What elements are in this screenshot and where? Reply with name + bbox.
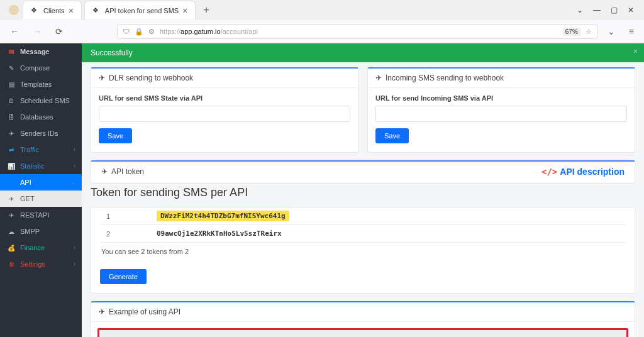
chevron-down-icon[interactable]: ⌄ (572, 2, 588, 18)
sidebar-item-templates[interactable]: ▤Templates (0, 76, 82, 92)
url-input[interactable]: 🛡 🔒 ⚙ https://app.gatum.io/account/api 6… (117, 25, 597, 39)
sidebar-item-label: GET (20, 195, 35, 202)
sidebar-item-label: Scheduled SMS (20, 97, 70, 104)
alert-text: Successfully (91, 48, 133, 57)
token-value: 09awcQj1e2XRkKTnHoSLv5szTReirx (157, 229, 282, 238)
pocket-icon[interactable]: ⌄ (604, 24, 619, 39)
api-description-link[interactable]: </>API description (541, 167, 625, 177)
sidebar-icon: ✎ (8, 65, 15, 72)
sidebar-item-label: SMPP (20, 228, 40, 235)
sidebar-icon: ▤ (8, 81, 15, 88)
save-button[interactable]: Save (375, 128, 409, 143)
sidebar-item-label: API (20, 179, 31, 186)
window-minimize-button[interactable]: — (588, 2, 606, 18)
chevron-icon: ‹ (74, 245, 75, 251)
sidebar-item-label: Senders IDs (20, 130, 58, 137)
permissions-icon: ⚙ (148, 28, 155, 36)
address-bar: ← → ⟳ 🛡 🔒 ⚙ https://app.gatum.io/account… (0, 20, 644, 43)
dlr-url-input[interactable] (99, 106, 350, 122)
sidebar-icon: ⇄ (8, 146, 15, 153)
close-icon[interactable]: × (69, 6, 74, 16)
sidebar-item-statistic[interactable]: 📊Statistic‹ (0, 158, 82, 174)
sidebar-item-label: Databases (20, 113, 53, 121)
window-maximize-button[interactable]: ▢ (606, 2, 623, 18)
incoming-url-input[interactable] (375, 106, 627, 122)
sidebar-item-restapi[interactable]: ✈RESTAPI (0, 207, 82, 223)
sidebar-item-senders-ids[interactable]: ✈Senders IDs (0, 125, 82, 141)
sidebar-item-label: Compose (20, 64, 50, 72)
sidebar-item-label: Finance (20, 244, 45, 251)
chevron-icon: ‹ (74, 146, 75, 153)
new-tab-button[interactable]: + (198, 2, 214, 18)
back-button[interactable]: ← (6, 24, 23, 39)
chevron-icon: ⌄ (70, 179, 75, 185)
tokens-count-note: You can see 2 tokens from 2 (100, 243, 626, 260)
api-token-header: ✈API token </>API description (91, 162, 635, 180)
sidebar-item-get[interactable]: ✈GET (0, 191, 82, 207)
firefox-logo-icon (9, 5, 19, 15)
favicon-icon: ❖ (31, 6, 40, 15)
generate-button[interactable]: Generate (100, 269, 147, 284)
window-close-button[interactable]: ✕ (623, 2, 639, 18)
forward-button[interactable]: → (29, 24, 45, 39)
sidebar-item-databases[interactable]: 🗄Databases (0, 109, 82, 125)
sidebar-item-label: RESTAPI (20, 211, 49, 219)
sidebar-item-compose[interactable]: ✎Compose (0, 60, 82, 76)
close-icon[interactable]: × (182, 6, 187, 16)
field-label: URL for send SMS State via API (99, 94, 350, 102)
panel-example: ✈Example of using API https://api.gatum.… (91, 301, 635, 337)
save-button[interactable]: Save (99, 128, 132, 143)
browser-tab-clients[interactable]: ❖ Clients × (23, 1, 82, 19)
paper-plane-icon: ✈ (101, 167, 108, 176)
sidebar-icon: ✈ (8, 212, 15, 219)
tab-bar: ❖ Clients × ❖ API token for send SMS × +… (0, 0, 644, 20)
tab-title: API token for send SMS (105, 7, 179, 14)
reload-button[interactable]: ⟳ (52, 24, 67, 39)
example-url-code: https://api.gatum.io/send?token=DWzzFiM2… (97, 328, 628, 337)
sidebar-icon: 🗓 (8, 97, 15, 104)
chevron-icon: ‹ (74, 163, 75, 169)
main-content: Successfully × ✈DLR sending to webhook U… (82, 43, 644, 337)
sidebar-item-settings[interactable]: ⚙Settings‹ (0, 256, 82, 272)
code-icon: </> (541, 167, 557, 177)
url-text: https://app.gatum.io/account/api (160, 28, 558, 35)
lock-icon: 🔒 (135, 28, 143, 36)
app-root: ✉Message✎Compose▤Templates🗓Scheduled SMS… (0, 43, 644, 337)
sidebar-icon: ⚙ (8, 261, 15, 268)
sidebar-item-api[interactable]: API⌄ (0, 174, 82, 191)
sidebar-item-traffic[interactable]: ⇄Traffic‹ (0, 141, 82, 158)
token-value: DWzzFiM2t4h4TDZbG7mfNISYwc641g (157, 211, 289, 221)
sidebar-icon: ✉ (8, 48, 15, 55)
sidebar-item-message[interactable]: ✉Message (0, 43, 82, 60)
table-row: 209awcQj1e2XRkKTnHoSLv5szTReirx (100, 225, 626, 243)
tokens-heading: Token for sending SMS per API (82, 184, 644, 202)
menu-icon[interactable]: ≡ (625, 24, 638, 39)
sidebar-icon: ☁ (8, 228, 15, 235)
table-row: 1DWzzFiM2t4h4TDZbG7mfNISYwc641g (100, 207, 626, 225)
paper-plane-icon: ✈ (99, 307, 105, 316)
sidebar-item-finance[interactable]: 💰Finance‹ (0, 240, 82, 256)
favicon-icon: ❖ (92, 6, 101, 15)
sidebar-item-scheduled-sms[interactable]: 🗓Scheduled SMS (0, 92, 82, 109)
sidebar-item-smpp[interactable]: ☁SMPP (0, 223, 82, 240)
alert-close-button[interactable]: × (633, 47, 638, 56)
tokens-table: 1DWzzFiM2t4h4TDZbG7mfNISYwc641g209awcQj1… (100, 207, 626, 243)
chevron-icon: ‹ (74, 261, 75, 267)
sidebar-item-label: Message (20, 48, 49, 55)
sidebar: ✉Message✎Compose▤Templates🗓Scheduled SMS… (0, 43, 82, 337)
sidebar-item-label: Statistic (20, 162, 45, 170)
panel-title: Incoming SMS sending to webhook (386, 74, 504, 82)
sidebar-item-label: Traffic (20, 146, 39, 153)
panel-incoming-webhook: ✈Incoming SMS sending to webhook URL for… (367, 67, 635, 153)
panel-title: Example of using API (109, 307, 180, 316)
zoom-badge[interactable]: 67% (563, 28, 580, 36)
paper-plane-icon: ✈ (99, 74, 105, 82)
sidebar-icon: ✈ (8, 130, 15, 137)
sidebar-item-label: Settings (20, 260, 45, 268)
bookmark-icon[interactable]: ☆ (586, 28, 592, 36)
browser-tab-api-token[interactable]: ❖ API token for send SMS × (84, 1, 196, 19)
panel-title: DLR sending to webhook (109, 74, 193, 82)
paper-plane-icon: ✈ (375, 74, 382, 82)
sidebar-icon: 🗄 (8, 114, 15, 121)
sidebar-icon: 💰 (8, 245, 15, 251)
